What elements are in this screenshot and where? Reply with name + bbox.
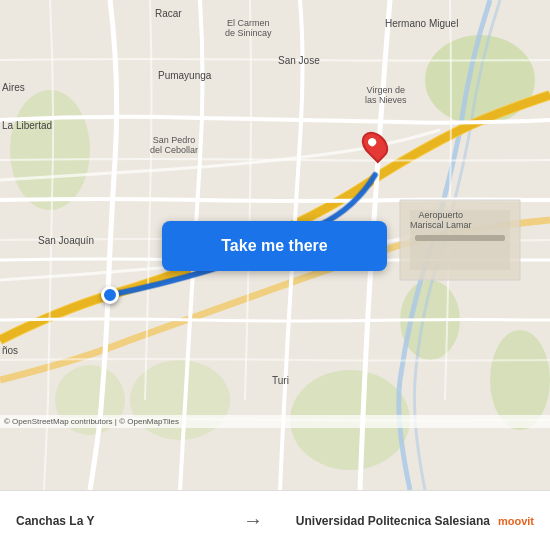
- destination-name: Universidad Politecnica Salesiana: [296, 514, 490, 528]
- svg-point-4: [10, 90, 90, 210]
- map-view: Racar El Carmende Sinincay San Jose Herm…: [0, 0, 550, 490]
- destination-label-container: Universidad Politecnica Salesiana: [275, 514, 490, 528]
- take-me-there-button[interactable]: Take me there: [162, 221, 387, 271]
- moovit-logo: moovit: [498, 515, 534, 527]
- svg-rect-10: [415, 235, 505, 241]
- attribution-text: © OpenStreetMap contributors | © OpenMap…: [4, 417, 179, 426]
- origin-marker: [101, 286, 119, 304]
- destination-marker: [364, 130, 386, 160]
- origin-label-container: Canchas La Y: [16, 514, 231, 528]
- direction-arrow: →: [231, 509, 275, 532]
- bottom-navigation-bar: Canchas La Y → Universidad Politecnica S…: [0, 490, 550, 550]
- origin-name: Canchas La Y: [16, 514, 231, 528]
- map-attribution: © OpenStreetMap contributors | © OpenMap…: [0, 415, 550, 428]
